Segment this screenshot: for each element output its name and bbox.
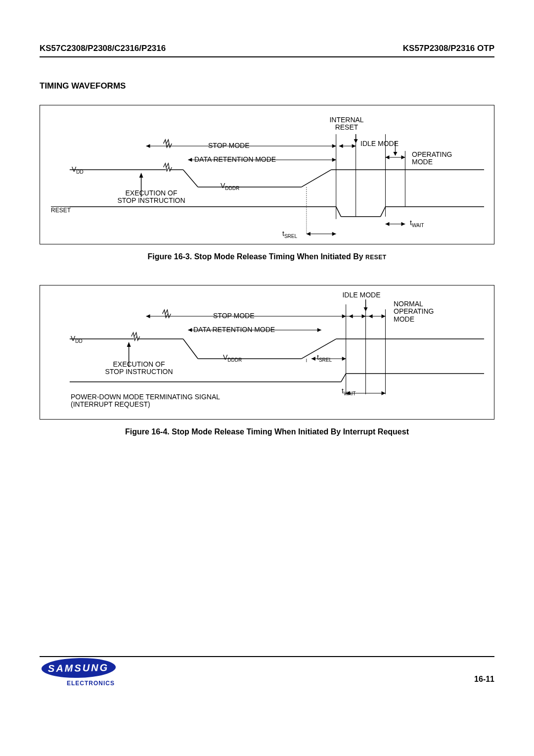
header-left: KS57C2308/P2308/C2316/P2316 xyxy=(40,44,166,53)
figure-16-3-caption: Figure 16-3. Stop Mode Release Timing Wh… xyxy=(40,252,494,261)
svg-line-2 xyxy=(183,170,198,187)
label-execution: EXECUTION OF STOP INSTRUCTION xyxy=(107,189,196,205)
page-header: KS57C2308/P2308/C2316/P2316 KS57P2308/P2… xyxy=(40,44,494,57)
figure-16-3: INTERNAL RESET STOP MODE IDLE MODE OPERA… xyxy=(40,105,494,244)
footer-rule xyxy=(40,656,494,657)
section-title: TIMING WAVEFORMS xyxy=(40,81,494,91)
label-tsrel: tSREL xyxy=(282,230,297,239)
svg-line-27 xyxy=(183,339,198,359)
label-twait: tWAIT xyxy=(410,219,424,228)
svg-line-18 xyxy=(336,207,341,217)
label-stop-mode: STOP MODE xyxy=(208,142,250,149)
label-data-retention: DATA RETENTION MODE xyxy=(194,156,276,163)
label-twait-2: tWAIT xyxy=(342,387,356,396)
label-operating-mode: OPERATING MODE xyxy=(412,151,452,166)
label-stop-mode-2: STOP MODE xyxy=(213,312,255,320)
label-powerdown: POWER-DOWN MODE TERMINATING SIGNAL (INTE… xyxy=(71,393,220,409)
label-vdd-2: VDD xyxy=(71,335,83,344)
label-vdddr-2: VDDDR xyxy=(223,354,242,363)
electronics-text: ELECTRONICS xyxy=(42,680,116,687)
figure-16-3-svg xyxy=(40,105,494,244)
svg-line-43 xyxy=(341,374,346,382)
label-vdddr: VDDDR xyxy=(221,182,239,191)
samsung-logo: SAMSUNG ELECTRONICS xyxy=(42,658,116,687)
label-idle-mode: IDLE MODE xyxy=(360,140,399,147)
label-reset-signal: RESET xyxy=(51,207,71,214)
figure-16-4-caption: Figure 16-4. Stop Mode Release Timing Wh… xyxy=(40,427,494,436)
page-number: 16-11 xyxy=(474,675,494,684)
label-execution-2: EXECUTION OF STOP INSTRUCTION xyxy=(94,361,183,376)
svg-line-4 xyxy=(302,170,331,187)
label-internal-reset: INTERNAL RESET xyxy=(317,116,376,132)
label-idle-mode-2: IDLE MODE xyxy=(332,291,391,299)
label-tsrel-2: tSREL xyxy=(317,354,332,363)
header-right: KS57P2308/P2316 OTP xyxy=(403,44,494,53)
label-normal-op: NORMAL OPERATING MODE xyxy=(394,300,434,323)
figure-16-4: IDLE MODE NORMAL OPERATING MODE STOP MOD… xyxy=(40,285,494,420)
label-data-retention-2: DATA RETENTION MODE xyxy=(193,326,275,333)
svg-line-20 xyxy=(381,207,386,217)
label-vdd: VDD xyxy=(72,166,84,175)
